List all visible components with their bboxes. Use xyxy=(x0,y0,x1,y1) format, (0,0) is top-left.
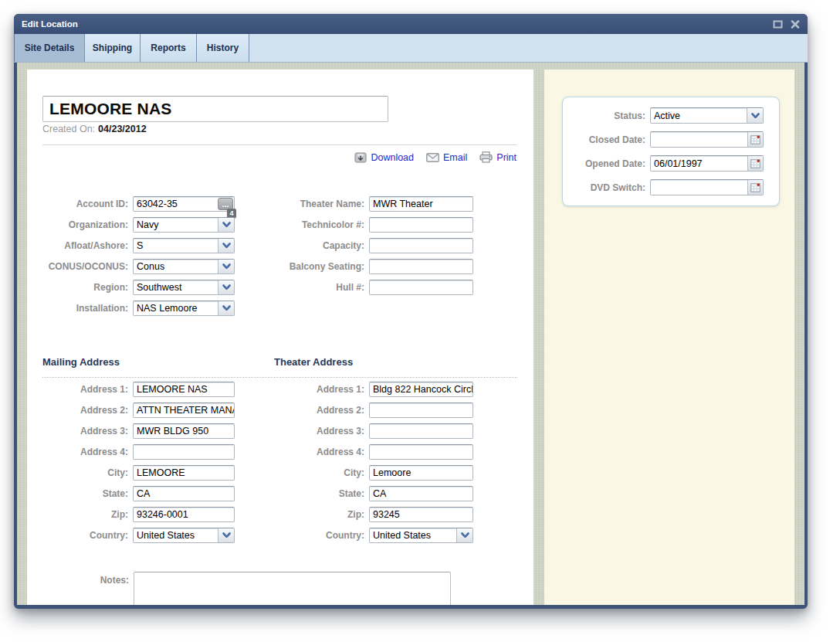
zip-input[interactable]: 93246-0001 xyxy=(133,507,235,522)
address-1-input[interactable]: LEMOORE NAS xyxy=(133,382,235,397)
zip-value: 93245 xyxy=(370,509,472,520)
address-4-input[interactable] xyxy=(133,444,235,460)
created-on: Created On:04/23/2012 xyxy=(42,124,147,134)
address-3-label: Address 3: xyxy=(274,426,364,436)
opened-date-calendar-button[interactable] xyxy=(747,156,763,171)
status-dropdown[interactable]: Active xyxy=(650,107,764,124)
dialog-titlebar: Edit Location xyxy=(14,14,808,34)
address-2-input[interactable]: ATTN THEATER MANAGI xyxy=(133,403,235,418)
download-link[interactable]: Download xyxy=(354,152,414,163)
dvd-switch-calendar-button[interactable] xyxy=(747,180,763,195)
address-1-input[interactable]: Bldg 822 Hancock Circle xyxy=(369,382,473,397)
state-value: CA xyxy=(370,488,472,499)
address-3-value: MWR BLDG 950 xyxy=(134,426,234,436)
theater-name-input[interactable]: MWR Theater xyxy=(369,196,473,212)
city-input[interactable]: LEMOORE xyxy=(133,465,235,481)
address-1-row: Address 1:Bldg 822 Hancock Circle xyxy=(274,382,473,397)
account-id-label: Account ID: xyxy=(42,199,128,209)
country-dropdown-button[interactable] xyxy=(218,528,234,542)
dvd-switch-row: DVD Switch: xyxy=(572,179,770,195)
installation-dropdown[interactable]: NAS Lemoore xyxy=(133,301,235,316)
address-section-headers: Mailing Address Theater Address xyxy=(42,356,517,378)
hull-label: Hull #: xyxy=(274,282,364,293)
chevron-down-icon xyxy=(751,113,760,119)
technicolor-input[interactable] xyxy=(369,217,473,233)
address-3-input[interactable] xyxy=(369,423,473,439)
tab-history[interactable]: History xyxy=(197,34,249,62)
state-row: State:CA xyxy=(42,486,235,501)
closed-date-calendar-button[interactable] xyxy=(747,132,763,147)
theater-address-fields: Address 1:Bldg 822 Hancock CircleAddress… xyxy=(274,382,473,549)
installation-label: Installation: xyxy=(42,303,128,314)
email-link[interactable]: Email xyxy=(426,152,467,163)
address-2-input[interactable] xyxy=(369,403,473,418)
country-dropdown-button[interactable] xyxy=(456,528,472,542)
tab-reports[interactable]: Reports xyxy=(141,34,197,62)
afloat-ashore-dropdown-button[interactable] xyxy=(218,239,234,253)
hull-row: Hull #: xyxy=(274,280,473,295)
print-link[interactable]: Print xyxy=(479,151,517,163)
closed-date-input[interactable] xyxy=(650,131,764,148)
country-dropdown[interactable]: United States xyxy=(133,528,235,543)
state-input[interactable]: CA xyxy=(369,486,473,501)
account-id-input[interactable]: 63042-35...4 xyxy=(133,196,235,212)
closed-date-row: Closed Date: xyxy=(572,131,770,148)
city-input[interactable]: Lemoore xyxy=(369,465,473,481)
account-id-value: 63042-35 xyxy=(134,199,218,209)
mailing-address-fields: Address 1:LEMOORE NASAddress 2:ATTN THEA… xyxy=(42,382,235,549)
dialog-content: LEMOORE NAS Created On:04/23/2012 Downlo… xyxy=(17,63,804,605)
chevron-down-icon xyxy=(222,222,231,228)
calendar-icon xyxy=(750,158,760,168)
conus-oconus-label: CONUS/OCONUS: xyxy=(42,261,128,272)
address-1-value: Bldg 822 Hancock Circle xyxy=(370,384,472,395)
zip-input[interactable]: 93245 xyxy=(369,507,473,522)
city-value: Lemoore xyxy=(370,467,472,478)
action-links: Download Email Print xyxy=(354,151,517,163)
status-dropdown-button[interactable] xyxy=(747,108,763,123)
organization-dropdown[interactable]: Navy xyxy=(133,217,235,233)
print-label: Print xyxy=(496,152,517,163)
region-row: Region:Southwest xyxy=(42,280,235,295)
dvd-switch-input[interactable] xyxy=(650,179,764,195)
conus-oconus-dropdown[interactable]: Conus xyxy=(133,259,235,274)
tab-shipping[interactable]: Shipping xyxy=(85,34,141,62)
installation-dropdown-button[interactable] xyxy=(218,301,234,315)
opened-date-input[interactable]: 06/01/1997 xyxy=(650,155,764,172)
installation-row: Installation:NAS Lemoore xyxy=(42,301,235,316)
afloat-ashore-dropdown[interactable]: S xyxy=(133,238,235,253)
email-label: Email xyxy=(443,152,467,163)
theater-name-row: Theater Name:MWR Theater xyxy=(274,196,473,212)
mailing-address-title: Mailing Address xyxy=(42,356,120,368)
address-4-input[interactable] xyxy=(369,444,473,460)
maximize-button[interactable] xyxy=(771,19,784,29)
capacity-input[interactable] xyxy=(369,238,473,253)
city-label: City: xyxy=(42,467,128,478)
address-1-label: Address 1: xyxy=(274,384,364,395)
conus-oconus-dropdown-button[interactable] xyxy=(218,260,234,273)
email-icon xyxy=(426,153,439,162)
edit-location-dialog: Edit Location Site DetailsShippingReport… xyxy=(14,14,808,609)
tab-site-details[interactable]: Site Details xyxy=(14,34,85,62)
organization-dropdown-button[interactable] xyxy=(218,218,234,232)
region-dropdown[interactable]: Southwest xyxy=(133,280,235,295)
zip-value: 93246-0001 xyxy=(134,509,234,520)
address-3-row: Address 3: xyxy=(274,423,473,439)
city-label: City: xyxy=(274,467,364,478)
close-button[interactable] xyxy=(789,19,801,29)
afloat-ashore-row: Afloat/Ashore:S xyxy=(42,238,235,253)
region-dropdown-button[interactable] xyxy=(218,280,234,294)
address-3-input[interactable]: MWR BLDG 950 xyxy=(133,423,235,439)
country-dropdown[interactable]: United States xyxy=(369,528,473,543)
notes-textarea[interactable] xyxy=(134,572,451,605)
site-name-input[interactable]: LEMOORE NAS xyxy=(42,96,388,122)
hull-input[interactable] xyxy=(369,280,473,295)
capacity-label: Capacity: xyxy=(274,240,364,251)
state-input[interactable]: CA xyxy=(133,486,235,501)
address-2-value: ATTN THEATER MANAGI xyxy=(134,405,234,416)
zip-label: Zip: xyxy=(42,509,128,520)
dvd-switch-label: DVD Switch: xyxy=(572,182,645,193)
chevron-down-icon xyxy=(222,243,231,249)
site-details-form: LEMOORE NAS Created On:04/23/2012 Downlo… xyxy=(27,70,533,605)
print-icon xyxy=(479,151,493,163)
balcony-seating-input[interactable] xyxy=(369,259,473,274)
